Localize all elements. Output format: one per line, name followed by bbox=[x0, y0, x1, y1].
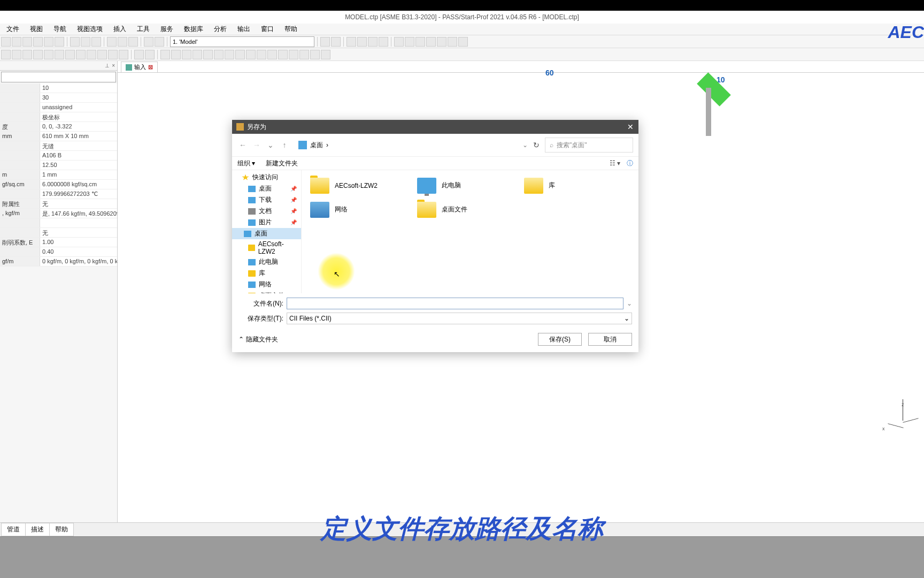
tb-btn[interactable] bbox=[70, 37, 80, 47]
tb-btn[interactable] bbox=[76, 50, 86, 59]
tb-btn[interactable] bbox=[22, 50, 32, 59]
tb-btn[interactable] bbox=[320, 37, 330, 47]
prop-value[interactable]: 极坐标 bbox=[40, 112, 117, 121]
prop-value[interactable]: 0, 0, -3.322 bbox=[40, 122, 117, 131]
tb-btn[interactable] bbox=[448, 37, 457, 47]
chevron-down-icon[interactable]: ⌄ bbox=[627, 300, 632, 307]
tb-btn[interactable] bbox=[128, 37, 138, 47]
file-item-thispc[interactable]: 此电脑 bbox=[414, 173, 521, 197]
tb-btn[interactable] bbox=[289, 50, 298, 59]
prop-value[interactable]: 无缝 bbox=[40, 141, 117, 150]
tb-btn[interactable] bbox=[33, 50, 43, 59]
tb-btn[interactable] bbox=[346, 37, 356, 47]
sidebar-desktop-files[interactable]: 桌面文件 bbox=[232, 290, 301, 293]
prop-value[interactable]: A106 B bbox=[40, 151, 117, 160]
tb-btn[interactable] bbox=[192, 50, 202, 59]
tb-btn[interactable] bbox=[235, 50, 245, 59]
document-tab[interactable]: 输入 ⊠ bbox=[121, 62, 158, 72]
tb-btn[interactable] bbox=[55, 50, 64, 59]
tb-btn[interactable] bbox=[278, 50, 288, 59]
prop-value[interactable]: 0 kgf/m, 0 kgf/m, 0 kgf/m, 0 k bbox=[40, 257, 117, 266]
tb-btn[interactable] bbox=[44, 50, 53, 59]
tb-btn[interactable] bbox=[12, 50, 21, 59]
tb-btn[interactable] bbox=[225, 50, 234, 59]
refresh-button[interactable]: ↻ bbox=[531, 140, 542, 150]
sidebar-downloads[interactable]: 下载📌 bbox=[232, 194, 301, 206]
tb-btn[interactable] bbox=[55, 37, 64, 47]
prop-value[interactable] bbox=[40, 218, 117, 227]
file-item-library[interactable]: 库 bbox=[521, 173, 628, 197]
tb-btn[interactable] bbox=[119, 50, 128, 59]
tb-btn[interactable] bbox=[171, 50, 181, 59]
tab-help[interactable]: 帮助 bbox=[49, 523, 74, 536]
panel-close-icon[interactable]: × bbox=[112, 63, 115, 69]
tab-desc[interactable]: 描述 bbox=[25, 523, 50, 536]
file-list[interactable]: AECsoft-LZW2 此电脑 库 网络 桌面文件 ↖ bbox=[302, 170, 638, 293]
menu-viewopt[interactable]: 视图选项 bbox=[72, 25, 108, 34]
tb-btn[interactable] bbox=[405, 37, 414, 47]
sidebar-documents[interactable]: 文档📌 bbox=[232, 206, 301, 217]
tb-btn[interactable] bbox=[394, 37, 404, 47]
prop-value[interactable]: 10 bbox=[40, 83, 117, 93]
menu-database[interactable]: 数据库 bbox=[179, 25, 209, 34]
prop-value[interactable]: 是, 147.66 kgf/m, 49.50962097 bbox=[40, 209, 117, 218]
file-item-network[interactable]: 网络 bbox=[307, 197, 414, 222]
back-button[interactable]: ← bbox=[237, 140, 248, 150]
tb-btn[interactable] bbox=[1, 50, 11, 59]
forward-button[interactable]: → bbox=[251, 140, 262, 150]
save-button[interactable]: 保存(S) bbox=[538, 333, 582, 346]
tb-btn[interactable] bbox=[91, 37, 101, 47]
tb-btn[interactable] bbox=[368, 37, 378, 47]
tb-btn[interactable] bbox=[246, 50, 256, 59]
search-input[interactable]: ⌕ 搜索"桌面" bbox=[545, 138, 633, 153]
prop-value[interactable]: 610 mm X 10 mm bbox=[40, 132, 117, 141]
tb-btn[interactable] bbox=[267, 50, 277, 59]
filename-input[interactable] bbox=[287, 298, 623, 309]
tb-btn[interactable] bbox=[44, 37, 53, 47]
tb-btn[interactable] bbox=[97, 50, 107, 59]
file-item-aecsoft[interactable]: AECsoft-LZW2 bbox=[307, 173, 414, 197]
tb-btn[interactable] bbox=[108, 50, 118, 59]
prop-value[interactable]: 179.99966272203 ℃ bbox=[40, 189, 117, 199]
history-dropdown[interactable]: ⌄ bbox=[265, 140, 276, 150]
sidebar-quick-access[interactable]: 快速访问 bbox=[232, 172, 301, 183]
tb-btn[interactable] bbox=[65, 50, 75, 59]
tb-btn[interactable] bbox=[81, 37, 90, 47]
tb-btn[interactable] bbox=[1, 37, 11, 47]
menu-help[interactable]: 帮助 bbox=[279, 25, 303, 34]
tb-btn[interactable] bbox=[299, 50, 309, 59]
prop-value[interactable]: 30 bbox=[40, 93, 117, 102]
menu-insert[interactable]: 插入 bbox=[108, 25, 132, 34]
close-button[interactable]: ✕ bbox=[622, 123, 638, 131]
prop-value[interactable]: 12.50 bbox=[40, 161, 117, 170]
tb-btn[interactable] bbox=[182, 50, 191, 59]
prop-value[interactable]: 1 mm bbox=[40, 170, 117, 179]
tb-btn[interactable] bbox=[33, 37, 43, 47]
prop-value[interactable]: unassigned bbox=[40, 103, 117, 112]
tb-btn[interactable] bbox=[310, 50, 320, 59]
prop-value[interactable]: 无 bbox=[40, 199, 117, 208]
menu-output[interactable]: 输出 bbox=[232, 25, 256, 34]
panel-pin-icon[interactable]: ⊥ bbox=[105, 63, 110, 69]
help-button[interactable]: ⓘ bbox=[627, 159, 633, 168]
sidebar-network[interactable]: 网络 bbox=[232, 279, 301, 290]
tb-btn[interactable] bbox=[203, 50, 213, 59]
tb-btn[interactable] bbox=[321, 50, 330, 59]
prop-value[interactable]: 无 bbox=[40, 228, 117, 237]
sidebar-aecsoft[interactable]: AECsoft-LZW2 bbox=[232, 239, 301, 256]
menu-file[interactable]: 文件 bbox=[1, 25, 25, 34]
tb-btn[interactable] bbox=[160, 50, 170, 59]
tb-btn[interactable] bbox=[145, 50, 155, 59]
tab-pipe[interactable]: 管道 bbox=[1, 523, 26, 536]
sidebar-thispc[interactable]: 此电脑 bbox=[232, 256, 301, 268]
new-folder-button[interactable]: 新建文件夹 bbox=[266, 159, 298, 168]
menu-window[interactable]: 窗口 bbox=[256, 25, 279, 34]
tb-undo[interactable] bbox=[144, 37, 153, 47]
tb-btn[interactable] bbox=[257, 50, 266, 59]
sidebar-pictures[interactable]: 图片📌 bbox=[232, 217, 301, 228]
tb-btn[interactable] bbox=[22, 37, 32, 47]
tb-btn[interactable] bbox=[12, 37, 21, 47]
sidebar-desktop[interactable]: 桌面📌 bbox=[232, 183, 301, 194]
tb-btn[interactable] bbox=[415, 37, 425, 47]
organize-button[interactable]: 组织 ▾ bbox=[237, 159, 255, 168]
